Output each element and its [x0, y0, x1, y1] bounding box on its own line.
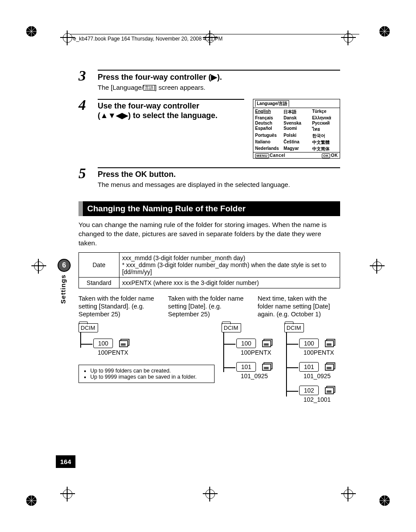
down-triangle-icon: ▼: [108, 111, 116, 120]
ok-button-icon: OK: [322, 153, 330, 158]
lang-option: Português: [255, 133, 281, 139]
pictures-icon: [260, 362, 274, 372]
step-number-3: 3: [78, 70, 98, 82]
lang-option: Français: [255, 115, 281, 120]
lang-option: Polski: [283, 133, 309, 139]
crop-mark-icon: [60, 487, 75, 502]
step-3-title: Press the four-way controller (▶).: [98, 70, 340, 82]
lang-option: 中文简体: [312, 146, 338, 152]
folder-number: 100: [236, 339, 256, 348]
note-item: Up to 999 folders can be created.: [90, 368, 210, 374]
crop-mark-icon: [203, 487, 218, 502]
page-number: 164: [56, 455, 75, 468]
cancel-label: Cancel: [270, 153, 286, 158]
notes-box: Up to 999 folders can be created. Up to …: [78, 365, 215, 383]
lang-option: English: [255, 109, 281, 115]
table-row-label: Date: [79, 252, 119, 277]
lang-option: 한국어: [312, 133, 338, 139]
corner-gear-icon: [24, 24, 39, 39]
lang-option: Svenska: [283, 121, 309, 125]
step-5-title: Press the OK button.: [98, 167, 340, 179]
left-triangle-icon: ◀: [116, 111, 122, 120]
crop-mark-icon: [31, 259, 46, 274]
table-row-value: xxxPENTX (where xxx is the 3-digit folde…: [119, 277, 340, 288]
section-heading: Changing the Naming Rule of the Folder: [78, 201, 340, 216]
folder-naming-table: Date xxx_mmdd (3-digit folder number_mon…: [78, 252, 340, 288]
lang-option: Русский: [312, 121, 338, 125]
lang-option: Magyar: [283, 146, 309, 152]
corner-gear-icon: [377, 493, 392, 508]
lang-option: Suomi: [283, 126, 309, 132]
corner-gear-icon: [377, 24, 392, 39]
lang-option: Nederlands: [255, 146, 281, 152]
running-header: e_kb477.book Page 164 Thursday, November…: [73, 36, 222, 42]
folder-name: 102_1001: [303, 396, 340, 403]
ok-label: OK: [331, 153, 338, 158]
lang-option: Español: [255, 126, 281, 132]
pictures-icon: [260, 339, 274, 348]
example-caption-1: Taken with the folder name setting [Stan…: [78, 295, 161, 318]
chapter-label: Settings: [59, 274, 67, 304]
header-rule: [70, 34, 359, 34]
corner-gear-icon: [24, 493, 39, 508]
menu-button-icon: MENU: [255, 153, 269, 158]
lang-option: Türkçe: [312, 109, 338, 115]
folder-number: 102: [299, 386, 319, 395]
example-caption-2: Taken with the folder name setting [Date…: [168, 295, 250, 318]
folder-name: 101_0925: [303, 373, 340, 380]
step-number-5: 5: [78, 167, 98, 180]
table-row-value: xxx_mmdd (3-digit folder number_month da…: [119, 252, 340, 277]
language-screen-preview: Language/言語 English 日本語 Türkçe Français …: [253, 99, 340, 159]
folder-name: 100PENTX: [98, 349, 215, 356]
lang-option: Ελληνικά: [312, 115, 338, 120]
lang-option: Deutsch: [255, 121, 281, 125]
language-grid: English 日本語 Türkçe Français Dansk Ελληνι…: [253, 108, 340, 152]
chapter-badge: 6: [58, 259, 71, 272]
pictures-icon: [117, 339, 131, 348]
pictures-icon: [323, 386, 337, 395]
right-triangle-icon: ▶: [211, 73, 217, 81]
folder-name: 100PENTX: [303, 349, 340, 356]
folder-number: 100: [299, 339, 319, 348]
lang-option: 日本語: [283, 109, 309, 115]
dcim-folder-icon: DCIM: [78, 323, 98, 332]
pictures-icon: [323, 362, 337, 372]
folder-number: 100: [93, 339, 113, 348]
svg-rect-37: [327, 390, 332, 393]
crop-mark-icon: [341, 30, 356, 45]
svg-rect-22: [121, 343, 126, 346]
lang-option: 中文繁體: [312, 139, 338, 146]
table-row-label: Standard: [79, 277, 119, 288]
example-caption-3: Next time, taken with the folder name se…: [258, 295, 340, 318]
dcim-folder-icon: DCIM: [222, 323, 241, 332]
folder-name: 100PENTX: [241, 349, 277, 356]
pictures-icon: [323, 339, 337, 348]
lang-option: Čeština: [283, 139, 309, 146]
step-number-4: 4: [78, 99, 98, 111]
lang-option: Italiano: [255, 139, 281, 146]
step-4-title: Use the four-way controller (▲▼◀▶) to se…: [98, 99, 244, 120]
note-item: Up to 9999 images can be saved in a fold…: [90, 374, 210, 380]
svg-rect-25: [264, 343, 269, 346]
folder-name: 101_0925: [241, 373, 277, 380]
folder-number: 101: [299, 362, 319, 372]
crop-mark-icon: [341, 487, 356, 502]
step-5-desc: The menus and messages are displayed in …: [98, 181, 340, 188]
right-triangle-icon: ▶: [122, 111, 128, 120]
language-panel-title: Language/言語: [255, 100, 289, 107]
lang-option: ไทย: [312, 126, 338, 132]
svg-rect-34: [327, 367, 332, 369]
folder-number: 101: [236, 362, 256, 372]
crop-mark-icon: [60, 30, 75, 45]
section-intro: You can change the naming rule of the fo…: [78, 220, 340, 248]
dcim-folder-icon: DCIM: [284, 323, 304, 332]
step-3-desc: The [Language/言語] screen appears.: [98, 84, 340, 91]
svg-rect-31: [327, 343, 332, 346]
svg-rect-28: [264, 367, 269, 369]
up-triangle-icon: ▲: [100, 111, 108, 120]
crop-mark-icon: [370, 259, 385, 274]
lang-option: Dansk: [283, 115, 309, 120]
